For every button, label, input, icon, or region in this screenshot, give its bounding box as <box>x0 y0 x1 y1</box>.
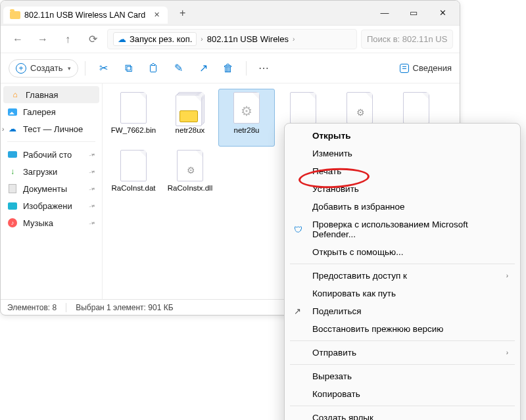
sidebar-item-personal[interactable]: › ☁ Тест — Личное <box>1 120 102 137</box>
close-button[interactable]: ✕ <box>428 3 457 24</box>
file-icon: ⚙ <box>347 92 373 124</box>
file-item[interactable]: FW_7662.bin <box>105 89 162 147</box>
ctx-label: Восстановить прежнюю версию <box>312 324 443 334</box>
file-item[interactable]: ⚙ RaCoInstx.dll <box>162 147 218 204</box>
file-item[interactable]: netr28ux <box>162 89 218 147</box>
file-label: RaCoInstx.dll <box>166 184 214 193</box>
window-controls: ― ▭ ✕ <box>370 3 457 24</box>
create-label: Создать <box>30 63 62 73</box>
back-button[interactable]: ← <box>7 29 28 50</box>
breadcrumb-item[interactable]: 802.11n USB Wireles <box>207 34 289 44</box>
copy-button[interactable]: ⧉ <box>117 57 139 80</box>
ctx-label: Открыть с помощью... <box>312 247 403 257</box>
paste-button[interactable]: 📋︎ <box>142 57 164 80</box>
file-label: netr28u <box>231 126 261 135</box>
pictures-icon <box>8 202 17 210</box>
ctx-label: Установить <box>312 184 359 194</box>
nav-bar: ← → ↑ ⟳ ☁ Запуск рез. коп. › 802.11n USB… <box>1 26 460 53</box>
address-bar[interactable]: ☁ Запуск рез. коп. › 802.11n USB Wireles… <box>107 29 357 49</box>
refresh-button[interactable]: ⟳ <box>82 29 103 50</box>
ctx-install[interactable]: Установить <box>285 180 520 198</box>
ctx-edit[interactable]: Изменить <box>285 145 520 162</box>
chevron-right-icon: › <box>2 126 4 133</box>
file-label: netr28ux <box>174 126 207 135</box>
ctx-label: Копировать как путь <box>312 289 396 298</box>
ctx-share[interactable]: ↗Поделиться <box>285 302 520 320</box>
backup-label: Запуск рез. коп. <box>130 34 192 44</box>
delete-button[interactable]: 🗑︎ <box>217 57 239 80</box>
more-button[interactable]: ⋯ <box>253 57 275 80</box>
ctx-defender[interactable]: 🛡Проверка с использованием Microsoft Def… <box>285 216 520 243</box>
chevron-right-icon: › <box>506 349 508 356</box>
ctx-print[interactable]: Печать <box>285 162 520 180</box>
separator <box>290 364 515 365</box>
gear-icon: ⚙ <box>356 107 365 118</box>
file-icon <box>403 92 429 124</box>
forward-button[interactable]: → <box>32 29 53 50</box>
sidebar-item-documents[interactable]: Документы 📌︎ <box>1 180 102 197</box>
status-count: Элементов: 8 <box>7 303 57 312</box>
up-button[interactable]: ↑ <box>57 29 78 50</box>
cloud-icon: ☁ <box>7 124 18 134</box>
pin-icon: 📌︎ <box>87 184 97 194</box>
separator <box>7 141 95 142</box>
chevron-right-icon: › <box>506 272 508 279</box>
ctx-label: Добавить в избранное <box>312 202 405 212</box>
ctx-send-to[interactable]: Отправить› <box>285 344 520 362</box>
desktop-icon <box>8 151 17 158</box>
ctx-label: Отправить <box>312 348 356 358</box>
ctx-open[interactable]: Открыть <box>285 127 520 145</box>
details-button[interactable]: Сведения <box>400 63 452 73</box>
sidebar-label: Тест — Личное <box>23 124 83 134</box>
sidebar-item-desktop[interactable]: Рабочий сто 📌︎ <box>1 146 102 163</box>
ctx-label: Создать ярлык <box>312 413 373 420</box>
create-button[interactable]: + Создать ▾ <box>9 59 78 78</box>
new-tab-button[interactable]: + <box>179 7 185 19</box>
separator <box>85 61 85 76</box>
file-item-selected[interactable]: ⚙ netr28u <box>218 89 275 147</box>
ctx-label: Копировать <box>312 389 360 399</box>
gear-icon: ⚙ <box>187 165 195 175</box>
sidebar-item-music[interactable]: ♪ Музыка 📌︎ <box>1 214 102 231</box>
titlebar: 802.11n USB Wireless LAN Card ✕ + ― ▭ ✕ <box>1 1 460 26</box>
separator <box>290 340 515 341</box>
share-button[interactable]: ↗ <box>192 57 214 80</box>
file-icon: ⚙ <box>233 92 260 124</box>
close-tab-icon[interactable]: ✕ <box>152 11 161 20</box>
sidebar-label: Изображени <box>23 201 72 211</box>
minimize-button[interactable]: ― <box>370 3 399 24</box>
file-item[interactable]: RaCoInst.dat <box>105 147 162 204</box>
search-input[interactable]: Поиск в: 802.11n US <box>361 30 453 49</box>
separator <box>66 303 66 312</box>
separator <box>290 406 515 406</box>
ctx-shortcut[interactable]: Создать ярлык <box>285 409 520 420</box>
maximize-button[interactable]: ▭ <box>399 3 428 24</box>
ctx-copy-path[interactable]: Копировать как путь <box>285 285 520 302</box>
chevron-down-icon: ▾ <box>68 65 71 72</box>
cloud-icon: ☁ <box>118 34 126 44</box>
ctx-restore[interactable]: Восстановить прежнюю версию <box>285 320 520 338</box>
ctx-label: Открыть <box>312 131 351 141</box>
chevron-right-icon: › <box>201 35 203 43</box>
ctx-openwith[interactable]: Открыть с помощью... <box>285 243 520 261</box>
music-icon: ♪ <box>8 218 17 227</box>
ctx-cut[interactable]: Вырезать <box>285 367 520 385</box>
ctx-label: Поделиться <box>312 306 362 316</box>
backup-chip[interactable]: ☁ Запуск рез. коп. <box>113 32 197 46</box>
folder-icon <box>10 11 20 19</box>
sidebar-item-pictures[interactable]: Изображени 📌︎ <box>1 197 102 214</box>
file-icon: ⚙ <box>177 150 203 181</box>
sidebar-item-gallery[interactable]: Галерея <box>1 103 102 120</box>
document-icon <box>9 184 16 193</box>
cut-button[interactable]: ✂ <box>92 57 114 80</box>
tab-title: 802.11n USB Wireless LAN Card <box>24 11 145 20</box>
ctx-favorite[interactable]: Добавить в избранное <box>285 198 520 216</box>
sidebar-item-home[interactable]: ⌂ Главная <box>3 86 99 103</box>
sidebar-item-downloads[interactable]: ↓ Загрузки 📌︎ <box>1 163 102 180</box>
toolbar: + Создать ▾ ✂ ⧉ 📋︎ ✎ ↗ 🗑︎ ⋯ Сведения <box>1 53 460 83</box>
gallery-icon <box>8 108 17 116</box>
tab[interactable]: 802.11n USB Wireless LAN Card ✕ <box>3 7 168 24</box>
ctx-copy[interactable]: Копировать <box>285 385 520 403</box>
ctx-share-access[interactable]: Предоставить доступ к› <box>285 267 520 285</box>
rename-button[interactable]: ✎ <box>167 57 189 80</box>
